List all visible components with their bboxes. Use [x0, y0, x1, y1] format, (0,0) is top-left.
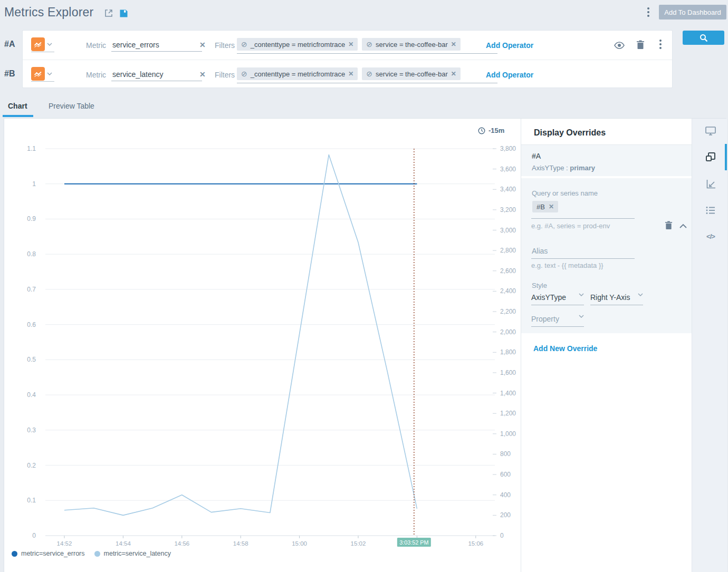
- add-new-override-link[interactable]: Add New Override: [533, 344, 597, 353]
- svg-text:15:02: 15:02: [351, 540, 366, 547]
- axes-icon[interactable]: [705, 178, 716, 190]
- svg-text:3:03:52 PM: 3:03:52 PM: [399, 539, 428, 546]
- metrics-chart[interactable]: 00.10.20.30.40.50.60.70.80.911.102004006…: [4, 119, 520, 551]
- property-dropdown[interactable]: Property: [531, 315, 584, 327]
- remove-filter-icon[interactable]: ✕: [451, 41, 456, 48]
- svg-text:3,400: 3,400: [500, 186, 516, 193]
- monitor-icon[interactable]: [705, 125, 716, 137]
- query-series-chip[interactable]: #B ✕: [532, 201, 558, 212]
- svg-text:14:52: 14:52: [57, 540, 72, 547]
- filter-chip[interactable]: ⊘ service = the-coffee-bar ✕: [362, 38, 461, 51]
- svg-text:3,200: 3,200: [500, 206, 516, 214]
- hide-query-eye-icon[interactable]: [614, 40, 625, 51]
- svg-text:3,000: 3,000: [500, 227, 516, 234]
- display-overrides-title: Display Overrides: [534, 128, 606, 138]
- style-key-dropdown[interactable]: AxisYType: [531, 293, 584, 305]
- filter-chip[interactable]: ⊘ _contenttype = metricfromtrace ✕: [237, 38, 358, 51]
- style-value-dropdown[interactable]: Right Y-Axis: [590, 293, 643, 305]
- header-kebab-menu-icon[interactable]: [644, 6, 653, 18]
- save-icon[interactable]: [118, 8, 129, 18]
- svg-text:1,400: 1,400: [500, 390, 516, 397]
- display-overrides-panel: Display Overrides #A AxisYType : primary…: [521, 119, 692, 572]
- svg-text:200: 200: [500, 511, 511, 519]
- query-series-label: Query or series name: [532, 189, 598, 197]
- line-chart-icon: [31, 67, 45, 81]
- exclude-icon: ⊘: [241, 40, 247, 49]
- svg-text:1: 1: [32, 180, 36, 188]
- svg-text:2,400: 2,400: [500, 287, 516, 295]
- svg-text:2,600: 2,600: [500, 267, 516, 275]
- svg-text:800: 800: [500, 450, 511, 458]
- svg-text:3,600: 3,600: [500, 166, 516, 173]
- legend-color-dot: [94, 551, 100, 557]
- add-operator-link[interactable]: Add Operator: [486, 71, 533, 79]
- alias-label: Alias: [532, 247, 548, 255]
- metric-input[interactable]: service_latency: [111, 70, 202, 81]
- query-series-placeholder: e.g. #A, series = prod-env: [531, 222, 610, 230]
- delete-query-trash-icon[interactable]: [635, 39, 646, 51]
- remove-chip-icon[interactable]: ✕: [549, 203, 554, 210]
- filters-field[interactable]: ⊘ _contenttype = metricfromtrace ✕ ⊘ ser…: [237, 67, 497, 83]
- delete-override-trash-icon[interactable]: [663, 219, 674, 231]
- metric-input[interactable]: service_errors: [111, 41, 202, 52]
- svg-text:1,200: 1,200: [500, 410, 516, 417]
- svg-text:0.8: 0.8: [27, 250, 36, 258]
- metric-type-dropdown[interactable]: [31, 67, 54, 82]
- exclude-icon: ⊘: [241, 70, 247, 78]
- svg-text:0.1: 0.1: [27, 497, 36, 504]
- query-kebab-menu-icon[interactable]: [656, 38, 665, 51]
- overlapping-panels-icon[interactable]: [705, 151, 716, 163]
- svg-text:0.5: 0.5: [27, 356, 36, 363]
- query-row-a: Metric service_errors ✕ Filters ⊘ _conte…: [23, 31, 672, 59]
- exclude-icon: ⊘: [366, 40, 372, 49]
- chevron-down-icon: [47, 43, 52, 46]
- svg-text:0.2: 0.2: [27, 462, 36, 469]
- filters-label: Filters: [215, 71, 235, 79]
- exclude-icon: ⊘: [366, 70, 372, 78]
- svg-text:2,800: 2,800: [500, 247, 516, 254]
- remove-filter-icon[interactable]: ✕: [451, 70, 456, 77]
- legend-item-errors[interactable]: metric=service_errors: [12, 550, 85, 557]
- svg-text:0.6: 0.6: [27, 321, 36, 328]
- svg-text:2,200: 2,200: [500, 308, 516, 315]
- svg-text:400: 400: [500, 491, 511, 499]
- filters-label: Filters: [215, 41, 235, 50]
- svg-text:600: 600: [500, 471, 511, 478]
- legend-color-dot: [12, 551, 17, 557]
- query-row-label-b: #B: [4, 69, 22, 79]
- svg-text:15:06: 15:06: [468, 540, 483, 547]
- legend-item-latency[interactable]: metric=service_latency: [94, 550, 171, 557]
- filter-chip[interactable]: ⊘ _contenttype = metricfromtrace ✕: [237, 67, 358, 80]
- remove-filter-icon[interactable]: ✕: [348, 70, 353, 77]
- code-icon[interactable]: </>: [705, 230, 716, 242]
- svg-text:0.7: 0.7: [27, 286, 36, 293]
- filters-field[interactable]: ⊘ _contenttype = metricfromtrace ✕ ⊘ ser…: [237, 38, 497, 54]
- add-to-dashboard-button[interactable]: Add To Dashboard: [659, 5, 726, 20]
- tab-preview-table[interactable]: Preview Table: [49, 102, 94, 110]
- chart-legend: metric=service_errors metric=service_lat…: [12, 550, 171, 557]
- chevron-down-icon: [579, 293, 584, 296]
- svg-text:14:56: 14:56: [174, 540, 189, 547]
- search-button[interactable]: [683, 31, 724, 45]
- override-summary-row[interactable]: #A AxisYType : primary: [521, 145, 692, 176]
- svg-text:0.3: 0.3: [27, 426, 36, 434]
- override-summary-text: AxisYType : primary: [532, 164, 595, 172]
- override-query-id: #A: [532, 152, 541, 160]
- clear-metric-icon[interactable]: ✕: [199, 41, 206, 49]
- active-tool-indicator: [725, 144, 727, 170]
- metric-type-dropdown[interactable]: [31, 37, 54, 52]
- add-operator-link[interactable]: Add Operator: [486, 41, 533, 50]
- open-export-icon[interactable]: [103, 8, 114, 18]
- svg-text:14:58: 14:58: [233, 540, 248, 547]
- remove-filter-icon[interactable]: ✕: [348, 41, 353, 48]
- search-icon: [700, 34, 708, 42]
- tab-chart[interactable]: Chart: [8, 102, 27, 110]
- clear-metric-icon[interactable]: ✕: [199, 70, 206, 79]
- svg-text:1.1: 1.1: [27, 145, 36, 152]
- filter-chip[interactable]: ⊘ service = the-coffee-bar ✕: [362, 67, 461, 80]
- chevron-down-icon: [579, 315, 584, 318]
- collapse-override-chevron-up-icon[interactable]: [677, 220, 689, 231]
- list-icon[interactable]: [705, 205, 716, 216]
- svg-text:0.4: 0.4: [27, 391, 36, 399]
- alias-placeholder[interactable]: e.g. text - {{ metadata }}: [531, 261, 604, 269]
